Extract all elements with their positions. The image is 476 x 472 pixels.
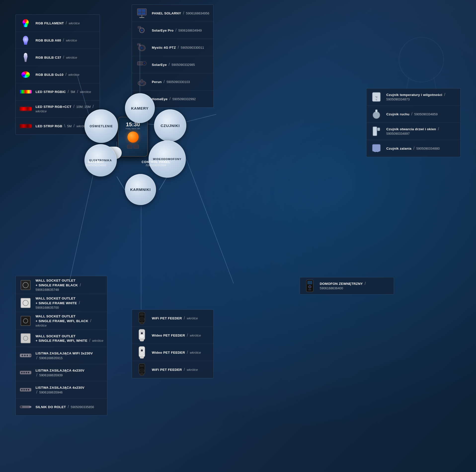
svg-rect-32	[137, 62, 143, 65]
wifi-feeder-2-code: wkrótce	[187, 368, 198, 372]
product-solareye: SolarEye / 5905090332985	[132, 56, 213, 73]
socket-white-code: 5906168635700	[36, 306, 59, 309]
device-icons	[127, 145, 139, 149]
socket-wifi-black-name: WALL SOCKET OUTLET+ SINGLE FRAME, WIFI, …	[36, 314, 88, 323]
gateway-code: /5905090334866	[86, 164, 106, 167]
hub-oswietlenie: OŚWIETLENIE	[84, 109, 118, 143]
hub-kamery-label: KAMERY	[131, 106, 149, 110]
svg-point-63	[21, 389, 23, 390]
product-czujnik-drzwi: Czujnik otwarcia drzwi i okien / 5905090…	[366, 123, 460, 140]
product-perun: Perun / 5905090330103	[132, 73, 213, 90]
gateway-label-block: GATEWAY /5905090334866	[86, 160, 106, 167]
listwa-4x-1-name: LISTWA ZASILAJĄCA 4x230V	[36, 369, 84, 372]
device-icon-2	[133, 145, 139, 149]
svg-text:%: %	[376, 99, 377, 101]
product-wideo-feeder-1: Wideo PET FEEDER / wkrótce	[132, 327, 213, 344]
svg-line-5	[186, 114, 216, 122]
domofon-code: 5906168636400	[320, 286, 343, 290]
product-wifi-feeder-2: WiFi PET FEEDER / wkrótce	[132, 361, 213, 378]
svg-point-58	[21, 372, 23, 373]
svg-point-59	[23, 372, 25, 373]
socket-white-icon	[19, 297, 32, 309]
svg-rect-88	[140, 356, 144, 358]
led-rgb-name: LED STRIP RGB	[36, 124, 62, 128]
svg-rect-21	[139, 17, 144, 18]
gateway-title: GATEWAY	[86, 160, 106, 164]
svg-point-81	[141, 332, 143, 334]
czujnik-zalania-code: 5905090334880	[416, 147, 440, 150]
led-rgb-cct-name: LED STRIP RGB+CCT	[36, 105, 72, 109]
svg-rect-16	[138, 9, 141, 12]
rgb-c37-code: wkrótce	[66, 56, 77, 59]
silnik-code: 5905090335856	[71, 405, 94, 409]
controlpanel-code: /5905090332664	[142, 164, 170, 167]
svg-point-68	[20, 406, 22, 408]
product-rgb-gu10: RGB BULB Gu10 / wkrótce	[16, 66, 100, 83]
product-socket-black: WALL SOCKET OUTLET+ SINGLE FRAME BLACK /…	[16, 276, 107, 294]
solareye-pro-name: SolarEye Pro	[152, 29, 174, 32]
wideo-feeder-1-name: Wideo PET FEEDER	[152, 334, 185, 337]
led-rgb-suffix: 5M	[67, 124, 72, 128]
product-led-rgbic: LED STRIP RGBIC / 5M / wkrótce	[16, 83, 100, 100]
czujnik-temp-code: 5905090334873	[386, 97, 410, 101]
product-listwa-4x-2: LISTWA ZASILAJĄCA 4x230V / 5906168635946	[16, 381, 107, 398]
product-socket-white: WALL SOCKET OUTLET+ SINGLE FRAME WHITE /…	[16, 294, 107, 312]
svg-point-77	[139, 317, 144, 321]
socket-black-code: 5906168635748	[36, 288, 59, 292]
svg-rect-39	[141, 79, 143, 83]
controlpanel-title: CONTROL PANEL	[142, 160, 170, 164]
czujnik-ruchu-icon	[370, 108, 383, 121]
product-socket-wifi-white: WALL SOCKET OUTLET+ SINGLE FRAME, WIFI, …	[16, 330, 107, 347]
solareye-pro-code: 5906168634949	[178, 29, 202, 32]
svg-rect-71	[307, 281, 312, 284]
product-listwa-4x-1: LISTWA ZASILAJĄCA 4x230V / 5906168635939	[16, 364, 107, 381]
svg-rect-19	[142, 12, 145, 15]
svg-point-24	[141, 30, 143, 31]
hub-karmniki: KARMNIKI	[125, 174, 156, 205]
main-content: RGB FILLAMENT / wkrótce RGB BULB A60 / w…	[0, 0, 476, 472]
listwa-4x-1-code: 5906168635939	[39, 373, 63, 377]
wideo-feeder-1-code: wkrótce	[190, 334, 201, 337]
panel-solarny-icon	[135, 7, 148, 20]
svg-line-6	[70, 169, 94, 281]
socket-wifi-white-code: wkrótce	[92, 339, 103, 343]
svg-line-7	[186, 159, 234, 283]
led-rgbic-icon	[19, 85, 32, 98]
socket-wifi-white-name: WALL SOCKET OUTLET+ SINGLE FRAME, WIFI, …	[36, 334, 87, 343]
hub-karmniki-label: KARMNIKI	[130, 187, 151, 192]
hub-wideo: WIDEODOMOFONY	[149, 140, 186, 178]
socket-wifi-black-code: wkrótce	[36, 324, 47, 327]
listwa-4x-1-icon	[19, 366, 32, 379]
wideo-feeder-2-name: Wideo PET FEEDER	[152, 351, 185, 354]
rgb-a60-name: RGB BULB A60	[36, 39, 61, 42]
socket-wifi-black-icon	[19, 314, 32, 327]
device-date: Friday, March 20th	[126, 128, 140, 129]
svg-line-14	[159, 176, 167, 190]
wideo-feeder-2-code: wkrótce	[190, 351, 201, 354]
wifi-feeder-1-icon	[135, 312, 148, 325]
panel-cameras: PANEL SOLARNY / 5906168634956 SolarEye P…	[132, 4, 214, 108]
panel-solarny-name: PANEL SOLARNY	[152, 11, 181, 15]
domofon-icon	[303, 279, 316, 292]
rgb-gu10-icon	[19, 68, 32, 81]
rgb-gu10-name: RGB BULB Gu10	[36, 73, 64, 77]
svg-line-13	[117, 176, 125, 190]
svg-point-53	[22, 355, 23, 356]
svg-rect-76	[140, 313, 144, 316]
svg-rect-92	[140, 374, 144, 376]
rgb-gu10-code: wkrótce	[68, 73, 79, 77]
panel-feeders: WiFi PET FEEDER / wkrótce Wideo PET FEED…	[132, 309, 214, 378]
panel-solarny-code: 5906168634956	[186, 11, 209, 15]
rgb-c37-name: RGB BULB C37	[36, 56, 61, 59]
product-silnik: SILNIK DO ROLET / 5905090335856	[16, 398, 107, 415]
wifi-feeder-1-code: wkrótce	[187, 316, 198, 320]
rgb-a60-code: wkrótce	[66, 39, 77, 42]
product-wideo-feeder-2: Wideo PET FEEDER / wkrótce	[132, 344, 213, 361]
czujnik-ruchu-name: Czujnik ruchu	[386, 112, 409, 116]
listwa-4x-2-icon	[19, 383, 32, 396]
svg-rect-56	[29, 354, 31, 356]
listwa-3x-name: LISTWA ZASILAJĄCA WIFI 3x230V	[36, 351, 93, 355]
svg-rect-48	[375, 110, 377, 113]
svg-rect-50	[377, 128, 380, 131]
product-wifi-feeder-1: WiFi PET FEEDER / wkrótce	[132, 310, 213, 327]
